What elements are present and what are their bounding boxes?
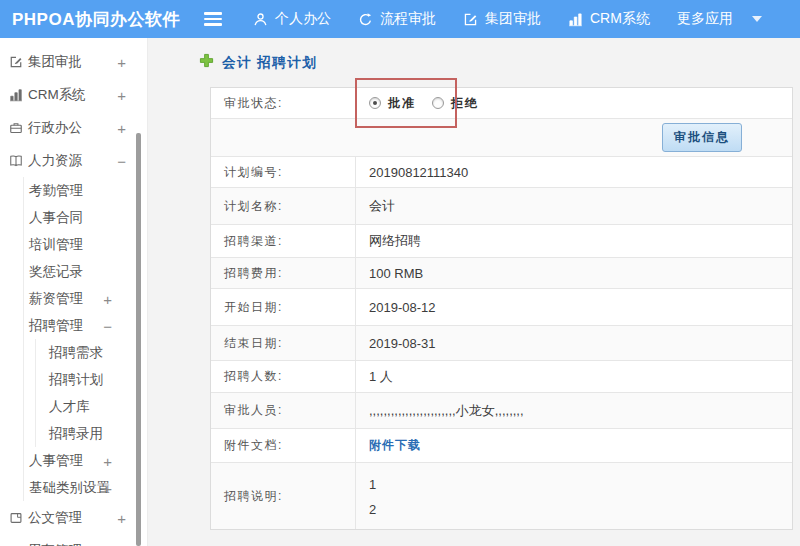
expand-plus-icon[interactable]: + bbox=[117, 119, 126, 136]
top-navigation: 个人办公 流程审批 集团审批 CRM系统 更多应用 bbox=[253, 10, 762, 28]
table-row: 审批信息 bbox=[211, 119, 792, 157]
radio-approve[interactable]: 批准 bbox=[369, 95, 416, 112]
green-plus-icon bbox=[199, 53, 214, 72]
field-label: 结束日期: bbox=[211, 326, 356, 360]
sidebar-item-label: 基础类别设置 bbox=[29, 479, 110, 497]
edit-icon bbox=[9, 55, 23, 69]
sidebar-item-group-approval[interactable]: 集团审批 + bbox=[0, 45, 147, 78]
sidebar-item-label: 招聘计划 bbox=[49, 371, 103, 389]
sidebar-item-label: 考勤管理 bbox=[29, 182, 83, 200]
collapse-minus-icon[interactable]: − bbox=[103, 317, 112, 334]
sidebar-item-base-category[interactable]: 基础类别设置 + bbox=[24, 474, 147, 501]
book-icon bbox=[9, 154, 23, 168]
sidebar-item-label: 人事管理 bbox=[29, 452, 83, 470]
table-row: 结束日期: 2019-08-31 bbox=[211, 326, 792, 361]
nav-personal-office[interactable]: 个人办公 bbox=[253, 10, 331, 28]
field-label: 招聘渠道: bbox=[211, 225, 356, 257]
sidebar-item-label: 培训管理 bbox=[29, 236, 83, 254]
sidebar-item-recruit-plan[interactable]: 招聘计划 bbox=[36, 366, 147, 393]
sidebar-item-salary[interactable]: 薪资管理 + bbox=[24, 285, 147, 312]
table-row: 审批人员: ,,,,,,,,,,,,,,,,,,,,,,,,小龙女,,,,,,,… bbox=[211, 393, 792, 429]
sidebar-item-label: 招聘需求 bbox=[49, 344, 103, 362]
expand-plus-icon[interactable]: + bbox=[103, 290, 112, 307]
recruitment-submenu: 招聘需求 招聘计划 人才库 招聘录用 bbox=[35, 339, 147, 447]
sidebar-item-hr-contract[interactable]: 人事合同 bbox=[24, 204, 147, 231]
hr-submenu: 考勤管理 人事合同 培训管理 奖惩记录 薪资管理 + 招聘管理 − bbox=[23, 177, 147, 501]
sidebar-item-personnel[interactable]: 人事管理 + bbox=[24, 447, 147, 474]
sidebar-item-talent-pool[interactable]: 人才库 bbox=[36, 393, 147, 420]
edit-icon bbox=[463, 12, 478, 27]
field-value: 100 RMB bbox=[356, 258, 792, 288]
sidebar: 集团审批 + CRM系统 + 行政办公 + 人 bbox=[0, 38, 148, 546]
radio-label: 拒绝 bbox=[451, 95, 479, 112]
nav-process-approval[interactable]: 流程审批 bbox=[358, 10, 436, 28]
sidebar-item-label: 招聘管理 bbox=[29, 317, 83, 335]
radio-reject[interactable]: 拒绝 bbox=[432, 95, 479, 112]
table-row: 招聘费用: 100 RMB bbox=[211, 258, 792, 289]
table-row: 审批状态: 批准 拒绝 bbox=[211, 88, 792, 119]
sidebar-item-attendance[interactable]: 考勤管理 bbox=[24, 177, 147, 204]
bar-chart-icon bbox=[9, 88, 23, 102]
sidebar-item-label: 人才库 bbox=[49, 398, 90, 416]
sidebar-item-vehicles[interactable]: 用车管理 + bbox=[0, 534, 147, 546]
sidebar-item-crm[interactable]: CRM系统 + bbox=[0, 78, 147, 111]
sidebar-item-label: 公文管理 bbox=[28, 509, 82, 527]
approval-info-button[interactable]: 审批信息 bbox=[662, 123, 742, 152]
nav-crm-system[interactable]: CRM系统 bbox=[568, 10, 650, 28]
sidebar-item-recruitment[interactable]: 招聘管理 − bbox=[24, 312, 147, 339]
main-content: 会计 招聘计划 审批状态: 批准 拒绝 bbox=[148, 38, 800, 546]
person-icon bbox=[253, 12, 268, 27]
table-row: 计划编号: 20190812111340 bbox=[211, 157, 792, 188]
field-value: 网络招聘 bbox=[356, 225, 792, 257]
radio-button-icon[interactable] bbox=[432, 97, 444, 109]
sidebar-item-label: 人事合同 bbox=[29, 209, 83, 227]
field-label: 招聘说明: bbox=[211, 463, 356, 529]
expand-plus-icon[interactable]: + bbox=[117, 86, 126, 103]
field-label: 审批状态: bbox=[211, 88, 356, 118]
field-label: 计划编号: bbox=[211, 157, 356, 187]
nav-label: 集团审批 bbox=[485, 10, 541, 28]
sidebar-item-documents[interactable]: 公文管理 + bbox=[0, 501, 147, 534]
field-value: ,,,,,,,,,,,,,,,,,,,,,,,,小龙女,,,,,,,, bbox=[356, 393, 792, 428]
sidebar-item-recruit-demand[interactable]: 招聘需求 bbox=[36, 339, 147, 366]
expand-plus-icon[interactable]: + bbox=[117, 542, 126, 546]
sidebar-item-training[interactable]: 培训管理 bbox=[24, 231, 147, 258]
nav-label: CRM系统 bbox=[590, 10, 650, 28]
field-value: 2019-08-12 bbox=[356, 289, 792, 325]
approval-status-radio-group: 批准 拒绝 bbox=[369, 95, 479, 112]
sidebar-item-label: 用车管理 bbox=[28, 542, 82, 546]
radio-button-icon[interactable] bbox=[369, 97, 381, 109]
sidebar-item-label: CRM系统 bbox=[28, 86, 86, 104]
sidebar-item-recruit-hire[interactable]: 招聘录用 bbox=[36, 420, 147, 447]
hamburger-menu-icon[interactable] bbox=[204, 12, 222, 25]
sidebar-scrollbar[interactable] bbox=[136, 133, 141, 546]
sidebar-item-hr[interactable]: 人力资源 − bbox=[0, 144, 147, 177]
app-logo: PHPOA协同办公软件 bbox=[12, 8, 190, 31]
nav-label: 更多应用 bbox=[677, 10, 733, 28]
expand-plus-icon[interactable]: + bbox=[103, 479, 112, 496]
nav-more-apps[interactable]: 更多应用 bbox=[677, 10, 762, 28]
sidebar-item-rewards[interactable]: 奖惩记录 bbox=[24, 258, 147, 285]
field-value: 2019-08-31 bbox=[356, 326, 792, 360]
expand-plus-icon[interactable]: + bbox=[117, 509, 126, 526]
table-row: 开始日期: 2019-08-12 bbox=[211, 289, 792, 326]
field-label: 附件文档: bbox=[211, 429, 356, 462]
attachment-download-link[interactable]: 附件下载 bbox=[369, 437, 421, 454]
table-row: 计划名称: 会计 bbox=[211, 188, 792, 225]
page-title: 会计 招聘计划 bbox=[222, 54, 317, 72]
description-line: 1 bbox=[369, 472, 376, 497]
nav-group-approval[interactable]: 集团审批 bbox=[463, 10, 541, 28]
expand-plus-icon[interactable]: + bbox=[103, 452, 112, 469]
field-value: 1 2 bbox=[356, 463, 792, 529]
sidebar-item-label: 奖惩记录 bbox=[29, 263, 83, 281]
sidebar-item-admin-office[interactable]: 行政办公 + bbox=[0, 111, 147, 144]
briefcase-icon bbox=[9, 121, 23, 135]
document-icon bbox=[9, 511, 23, 525]
description-line: 2 bbox=[369, 497, 376, 522]
field-label: 审批人员: bbox=[211, 393, 356, 428]
sidebar-item-label: 行政办公 bbox=[28, 119, 82, 137]
expand-plus-icon[interactable]: + bbox=[117, 53, 126, 70]
collapse-minus-icon[interactable]: − bbox=[117, 152, 126, 169]
nav-label: 流程审批 bbox=[380, 10, 436, 28]
field-label: 开始日期: bbox=[211, 289, 356, 325]
